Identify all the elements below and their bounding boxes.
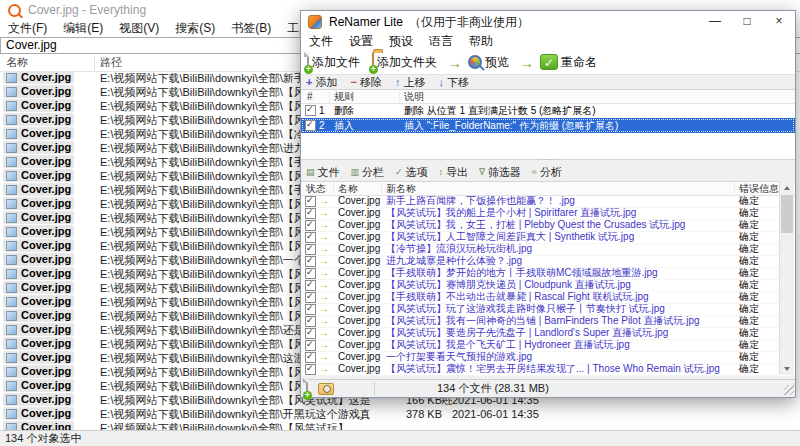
file-checkbox[interactable] <box>305 232 316 243</box>
error-status: 确定 <box>739 291 759 303</box>
file-name: Cover.jpg <box>21 141 71 154</box>
rules-header-desc[interactable]: 说明 <box>404 90 424 103</box>
add-files-button[interactable]: + <box>307 53 309 71</box>
files-panel-button-选项[interactable]: ✓选项 <box>395 165 428 180</box>
renamer-menu-item[interactable]: 帮助 <box>461 33 501 50</box>
files-panel-button-分栏[interactable]: ▥分栏 <box>351 165 385 180</box>
original-name: Cover.jpg <box>338 231 380 243</box>
rule-row[interactable]: 1删除删除 从位置 1 直到满足计数 5 (忽略扩展名) <box>301 103 795 118</box>
image-file-icon <box>6 115 17 125</box>
file-checkbox[interactable] <box>305 352 316 363</box>
add-files-label[interactable]: 添加文件 <box>312 54 360 71</box>
maximize-button[interactable]: □ <box>731 11 763 33</box>
new-name: 【风笑试玩】震惊！宅男去开房结果发现了... | Those Who Remai… <box>386 363 734 375</box>
arrow-up-icon: ↑ <box>395 76 401 88</box>
file-checkbox[interactable] <box>305 280 316 291</box>
file-checkbox[interactable] <box>305 244 316 255</box>
add-rule-button[interactable]: +添加 <box>306 75 337 90</box>
everything-menu-item[interactable]: 编辑(E) <box>55 20 111 37</box>
original-name: Cover.jpg <box>338 339 380 351</box>
scrollbar-thumb[interactable] <box>781 195 793 233</box>
files-panel-button-文件[interactable]: ▤文件 <box>306 165 340 180</box>
minus-icon: − <box>350 76 356 88</box>
add-folders-label[interactable]: 添加文件夹 <box>377 54 437 71</box>
move-down-button[interactable]: ↓下移 <box>438 75 469 90</box>
add-folders-button[interactable]: + <box>372 53 374 71</box>
file-name-cell: Cover.jpg <box>3 71 74 84</box>
renamer-window-title: ReNamer Lite（仅用于非商业使用） <box>329 11 529 33</box>
new-name: 进九龙城寨是种什么体验？.jpg <box>386 255 734 267</box>
everything-result-row[interactable]: Cover.jpgE:\视频网站下载\BiliBili\downkyi\全部\开… <box>0 407 800 421</box>
file-checkbox[interactable] <box>305 292 316 303</box>
file-checkbox[interactable] <box>305 268 316 279</box>
new-name: 【手残联萌】梦开始的地方丨手残联萌MC领域服故地重游.jpg <box>386 267 734 279</box>
files-header-name[interactable]: 名称 <box>338 182 358 195</box>
file-checkbox[interactable] <box>305 340 316 351</box>
renamer-menu-item[interactable]: 设置 <box>341 33 381 50</box>
files-header-error[interactable]: 错误信息 <box>739 182 779 195</box>
file-checkbox[interactable] <box>305 316 316 327</box>
everything-menu-item[interactable]: 文件(F) <box>0 20 55 37</box>
column-header-path[interactable]: 路径 <box>100 54 122 71</box>
remove-rule-button[interactable]: −移除 <box>350 75 381 90</box>
scroll-down-icon[interactable] <box>780 362 794 375</box>
renamer-titlebar[interactable]: ReNamer Lite（仅用于非商业使用） — □ × <box>301 11 795 33</box>
renamer-menu-item[interactable]: 预设 <box>381 33 421 50</box>
rule-checkbox[interactable] <box>305 120 316 131</box>
scroll-up-icon[interactable] <box>780 181 794 194</box>
file-name: Cover.jpg <box>21 323 71 336</box>
everything-menu-item[interactable]: 搜索(S) <box>167 20 223 37</box>
preview-icon[interactable] <box>468 55 482 69</box>
column-divider[interactable] <box>94 55 95 70</box>
add-files-status-button[interactable]: + <box>306 379 308 397</box>
files-header-newname[interactable]: 新名称 <box>386 182 416 195</box>
browse-folder-icon[interactable] <box>318 383 334 395</box>
rename-icon[interactable]: ✓ <box>540 54 558 70</box>
column-header-name[interactable]: 名称 <box>6 54 28 71</box>
image-file-icon <box>6 269 17 279</box>
renamer-menu-item[interactable]: 语言 <box>421 33 461 50</box>
everything-menu-item[interactable]: 书签(B) <box>223 20 279 37</box>
preview-label[interactable]: 预览 <box>485 54 509 71</box>
file-checkbox[interactable] <box>305 304 316 315</box>
close-button[interactable]: × <box>763 11 795 33</box>
rules-header-number[interactable]: # <box>307 90 313 103</box>
file-path: E:\视频网站下载\BiliBili\downkyi\全部\【风笑试玩】 <box>100 421 800 430</box>
file-name: Cover.jpg <box>21 85 71 98</box>
renamer-toolbar: + 添加文件 + 添加文件夹 → 预览 → ✓ 重命名 <box>301 50 795 75</box>
add-folder-icon: + <box>372 52 374 71</box>
renamer-app-icon <box>308 15 322 29</box>
rules-header-rule[interactable]: 规则 <box>334 90 354 103</box>
image-file-icon <box>6 353 17 363</box>
image-file-icon <box>6 185 17 195</box>
file-name-cell: Cover.jpg <box>3 155 74 168</box>
files-panel-button-导出[interactable]: ↕导出 <box>439 165 469 180</box>
rule-row[interactable]: 2插入插入 ":File_FolderName:" 作为前缀 (忽略扩展名) <box>301 118 795 133</box>
rules-toolbar: +添加 −移除 ↑上移 ↓下移 <box>301 75 795 89</box>
everything-result-row[interactable]: Cover.jpgE:\视频网站下载\BiliBili\downkyi\全部\【… <box>0 421 800 430</box>
original-name: Cover.jpg <box>338 315 380 327</box>
resize-grip[interactable] <box>784 385 794 395</box>
files-panel-button-筛选器[interactable]: ∇筛选器 <box>479 165 521 180</box>
file-checkbox[interactable] <box>305 196 316 207</box>
files-scrollbar[interactable] <box>779 181 794 375</box>
file-checkbox[interactable] <box>305 220 316 231</box>
renamed-arrow-icon: → <box>319 339 329 351</box>
file-name: Cover.jpg <box>21 295 71 308</box>
minimize-button[interactable]: — <box>699 11 731 33</box>
image-file-icon <box>6 157 17 167</box>
files-header-status[interactable]: 状态 <box>306 182 326 195</box>
file-checkbox[interactable] <box>305 256 316 267</box>
renamed-arrow-icon: → <box>319 231 329 243</box>
files-panel-button-分析[interactable]: ≈分析 <box>532 165 562 180</box>
rule-checkbox[interactable] <box>305 105 316 116</box>
file-name: Cover.jpg <box>21 169 71 182</box>
file-checkbox[interactable] <box>305 328 316 339</box>
file-row[interactable]: →Cover.jpg【风笑试玩】震惊！宅男去开房结果发现了... | Those… <box>301 363 779 376</box>
everything-menu-item[interactable]: 视图(V) <box>111 20 167 37</box>
file-checkbox[interactable] <box>305 364 316 375</box>
move-up-button[interactable]: ↑上移 <box>395 75 426 90</box>
rename-label[interactable]: 重命名 <box>561 54 597 71</box>
renamer-menu-item[interactable]: 文件 <box>301 33 341 50</box>
file-checkbox[interactable] <box>305 208 316 219</box>
